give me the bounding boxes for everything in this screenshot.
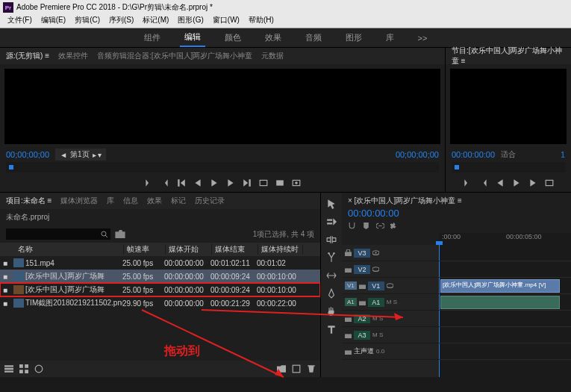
menu-edit[interactable]: 编辑(E) (37, 15, 70, 28)
source-viewer[interactable] (4, 69, 440, 144)
eye-icon[interactable] (387, 282, 393, 289)
razor-tool-icon[interactable] (326, 252, 337, 263)
tab-program[interactable]: 节目:[欢乐中国人]两岁广场舞小神童 ≡ (452, 46, 565, 66)
ws-assembly[interactable]: 组件 (140, 29, 165, 46)
eye-icon[interactable] (372, 266, 379, 273)
source-tc-right[interactable]: 00;00;00;00 (396, 150, 439, 159)
timeline-tc[interactable]: 00:00:00:00 (348, 208, 565, 219)
track-master[interactable]: 主声道0.0 (342, 343, 439, 360)
source-tc-left[interactable]: 00;00;00;00 (6, 150, 49, 159)
tab-metadata[interactable]: 元数据 (261, 51, 284, 61)
menu-sequence[interactable]: 序列(S) (104, 15, 138, 28)
track-v3[interactable]: V3 (342, 245, 439, 261)
col-dur[interactable]: 媒体持续时 (258, 244, 303, 255)
program-tc-right[interactable]: 1 (561, 150, 565, 159)
lock-icon[interactable] (359, 282, 366, 289)
lock-icon[interactable] (345, 332, 352, 338)
mark-out-icon[interactable] (160, 178, 169, 187)
table-row[interactable]: ■[欢乐中国人]两岁广场舞25.00 fps00:00:00:0000:00:0… (0, 270, 320, 283)
lock-icon[interactable] (345, 315, 352, 322)
icon-view-icon[interactable] (19, 364, 28, 373)
mark-out-icon[interactable] (479, 178, 488, 187)
tab-effects2[interactable]: 效果 (147, 196, 162, 206)
tab-project[interactable]: 项目:未命名 ≡ (6, 196, 52, 206)
link-icon[interactable] (376, 222, 384, 230)
list-view-icon[interactable] (4, 364, 13, 373)
go-in-icon[interactable] (177, 178, 186, 187)
tab-markers[interactable]: 标记 (171, 196, 186, 206)
tab-media-browser[interactable]: 媒体浏览器 (60, 196, 98, 206)
ws-color[interactable]: 颜色 (220, 29, 246, 46)
export-frame-icon[interactable] (545, 178, 554, 187)
program-tc-left[interactable]: 00:00:00:00 (452, 150, 495, 159)
bin-icon[interactable] (115, 230, 125, 238)
menu-graphics[interactable]: 图形(G) (173, 15, 208, 28)
step-fwd-icon[interactable] (226, 178, 235, 187)
tab-source[interactable]: 源:(无剪辑) ≡ (6, 51, 49, 61)
step-fwd-icon[interactable] (528, 178, 537, 187)
menu-marker[interactable]: 标记(M) (138, 15, 173, 28)
mark-in-icon[interactable] (144, 178, 153, 187)
slip-tool-icon[interactable] (326, 270, 337, 281)
track-v1[interactable]: V1V1 (342, 278, 439, 294)
step-back-icon[interactable] (496, 178, 505, 187)
ws-more[interactable]: >> (414, 31, 432, 46)
menu-clip[interactable]: 剪辑(C) (70, 15, 104, 28)
track-select-tool-icon[interactable] (326, 217, 337, 227)
freeform-icon[interactable] (34, 364, 43, 373)
play-icon[interactable] (210, 178, 219, 187)
ws-library[interactable]: 库 (381, 29, 399, 46)
program-scrubber[interactable] (452, 162, 565, 172)
audio-clip[interactable] (440, 296, 560, 309)
program-viewer[interactable] (450, 69, 567, 144)
col-start[interactable]: 媒体开始 (166, 244, 212, 255)
export-frame-icon[interactable] (292, 178, 301, 187)
menu-file[interactable]: 文件(F) (3, 15, 37, 28)
ripple-tool-icon[interactable] (326, 234, 337, 245)
play-icon[interactable] (512, 178, 521, 187)
lock-icon[interactable] (345, 266, 352, 273)
source-scrubber[interactable] (6, 162, 439, 172)
track-v2[interactable]: V2 (342, 261, 439, 278)
ws-graphics[interactable]: 图形 (341, 29, 366, 46)
pen-tool-icon[interactable] (326, 288, 337, 299)
track-area[interactable]: [欢乐中国人]两岁广场舞小神童.mp4 [V] (439, 245, 571, 377)
ws-audio[interactable]: 音频 (301, 29, 326, 46)
tab-effect-controls[interactable]: 效果控件 (58, 51, 88, 61)
video-clip[interactable]: [欢乐中国人]两岁广场舞小神童.mp4 [V] (440, 279, 560, 293)
track-a1[interactable]: A1A1M S (342, 294, 439, 311)
lock-icon[interactable] (345, 249, 352, 256)
lock-icon[interactable] (345, 348, 352, 355)
step-back-icon[interactable] (193, 178, 202, 187)
mark-in-icon[interactable] (463, 178, 472, 187)
settings-icon[interactable] (390, 222, 399, 230)
snap-icon[interactable] (348, 222, 356, 230)
table-row[interactable]: ■TIM截图20180219211502.png29.90 fps00:00:0… (0, 296, 320, 310)
track-a3[interactable]: A3M S (342, 327, 439, 343)
lock-icon[interactable] (359, 299, 366, 305)
marker-icon[interactable] (362, 222, 370, 230)
tab-library[interactable]: 库 (107, 196, 114, 206)
fit-dropdown[interactable]: 适合 (501, 149, 516, 160)
trash-icon[interactable] (307, 364, 316, 373)
type-tool-icon[interactable] (326, 324, 337, 335)
table-row[interactable]: ■[欢乐中国人]两岁广场舞25.00 fps00:00:00:0000:00:0… (0, 283, 320, 296)
tab-history[interactable]: 历史记录 (195, 196, 225, 206)
col-end[interactable]: 媒体结束 (212, 244, 258, 255)
eye-icon[interactable] (372, 249, 379, 256)
new-item-icon[interactable] (292, 364, 301, 373)
timeline-title[interactable]: × [欢乐中国人]两岁广场舞小神童 ≡ (348, 196, 565, 206)
menu-help[interactable]: 帮助(H) (244, 15, 278, 28)
new-bin-icon[interactable] (277, 364, 286, 373)
ws-editing[interactable]: 编辑 (180, 28, 205, 47)
overwrite-icon[interactable] (275, 178, 284, 187)
insert-icon[interactable] (259, 178, 268, 187)
tab-info[interactable]: 信息 (123, 196, 138, 206)
tab-audio-mixer[interactable]: 音频剪辑混合器:[欢乐中国人]两岁广场舞小神童 (97, 51, 252, 61)
track-a2[interactable]: A2M S (342, 311, 439, 327)
search-input[interactable] (6, 228, 110, 240)
go-out-icon[interactable] (243, 178, 252, 187)
menu-window[interactable]: 窗口(W) (208, 15, 244, 28)
hand-tool-icon[interactable] (326, 306, 337, 317)
ws-effects[interactable]: 效果 (260, 29, 286, 46)
